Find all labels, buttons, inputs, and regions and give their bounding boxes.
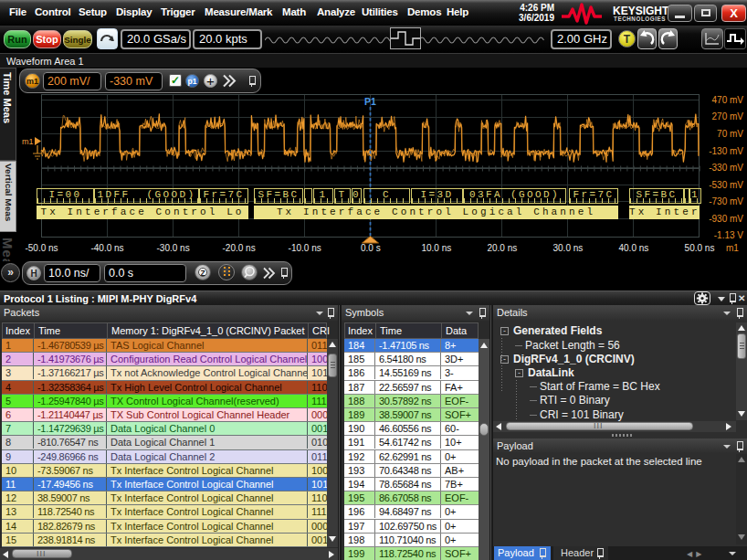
svg-text:P1: P1 [364, 96, 376, 107]
svg-text:m1: m1 [22, 137, 34, 146]
